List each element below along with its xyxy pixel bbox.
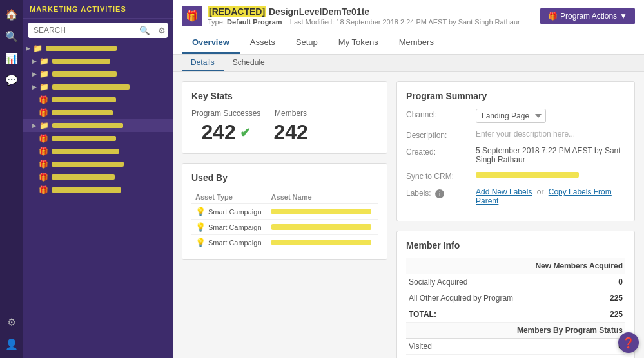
sidebar-tree: ▶📁▶📁▶📁▶📁🎁🎁▶📁🎁🎁🎁🎁🎁 bbox=[23, 42, 173, 358]
all-other-row: All Other Acquired by Program 225 bbox=[406, 290, 625, 306]
visited-row: Visited 0 bbox=[406, 339, 625, 355]
tree-label-bar bbox=[52, 174, 115, 180]
top-bar-right: 🎁 Program Actions ▼ bbox=[540, 8, 635, 24]
socially-acquired-label: Socially Acquired bbox=[406, 274, 594, 290]
channel-value: Landing Page bbox=[476, 109, 625, 123]
tree-item-10[interactable]: 🎁 bbox=[23, 158, 173, 171]
program-title: [REDACTED] DesignLevelDemTe01te bbox=[208, 6, 520, 17]
tree-label-bar bbox=[52, 149, 119, 154]
asset-name-cell bbox=[268, 204, 378, 220]
tree-item-12[interactable]: 🎁 bbox=[23, 184, 173, 196]
members-stat: Members 242 bbox=[273, 109, 307, 144]
add-new-labels-link[interactable]: Add New Labels bbox=[476, 187, 532, 196]
sidebar: MARKETING ACTIVITIES 🔍 ⚙ ▶📁▶📁▶📁▶📁🎁🎁▶📁🎁🎁🎁… bbox=[23, 0, 173, 358]
sync-value bbox=[476, 171, 625, 180]
sub-tab-schedule[interactable]: Schedule bbox=[224, 55, 274, 71]
description-row: Description: Enter your description here… bbox=[406, 129, 625, 140]
tree-label-bar bbox=[52, 123, 123, 128]
tree-item-8[interactable]: 🎁 bbox=[23, 132, 173, 145]
program-successes-value: 242 ✔ bbox=[201, 120, 250, 144]
modified-label: Last Modified: bbox=[290, 18, 334, 26]
nav-user-icon[interactable]: 👤 bbox=[3, 335, 21, 353]
asset-name-bar bbox=[271, 224, 371, 230]
tab-assets[interactable]: Assets bbox=[240, 32, 286, 54]
tree-item-3[interactable]: ▶📁 bbox=[23, 68, 173, 80]
program-icon: 🎁 bbox=[39, 95, 48, 104]
main-tabs: Overview Assets Setup My Tokens Members bbox=[173, 32, 644, 55]
nav-messages-icon[interactable]: 💬 bbox=[3, 71, 21, 89]
tree-item-6[interactable]: 🎁 bbox=[23, 106, 173, 119]
tree-item-5[interactable]: 🎁 bbox=[23, 93, 173, 106]
search-bar: 🔍 ⚙ bbox=[28, 23, 168, 38]
arrow-icon: ▶ bbox=[32, 71, 37, 77]
tree-label-bar bbox=[52, 187, 121, 193]
program-icon: 🎁 bbox=[39, 173, 48, 182]
right-column: Program Summary Channel: Landing Page De… bbox=[396, 81, 635, 349]
nav-analytics-icon[interactable]: 📊 bbox=[3, 49, 21, 67]
program-summary-title: Program Summary bbox=[406, 91, 625, 101]
asset-name-cell bbox=[268, 220, 378, 235]
asset-type-cell: 💡Smart Campaign bbox=[191, 204, 268, 220]
folder-icon: 📁 bbox=[39, 57, 49, 66]
channel-row: Channel: Landing Page bbox=[406, 109, 625, 123]
nav-settings-icon[interactable]: ⚙ bbox=[3, 313, 21, 331]
tab-my-tokens[interactable]: My Tokens bbox=[328, 32, 389, 54]
sub-tab-details[interactable]: Details bbox=[182, 55, 224, 71]
member-info-title: Member Info bbox=[406, 240, 625, 250]
asset-name-bar bbox=[271, 240, 371, 245]
new-members-header: New Members Acquired bbox=[406, 258, 625, 274]
tab-overview[interactable]: Overview bbox=[182, 32, 240, 54]
all-other-value: 225 bbox=[594, 290, 625, 306]
labels-info-icon[interactable]: i bbox=[435, 189, 444, 198]
created-label: Created: bbox=[406, 146, 471, 156]
arrow-icon: ▶ bbox=[32, 122, 37, 129]
type-value: Default Program bbox=[227, 18, 282, 26]
new-members-header-row: New Members Acquired bbox=[406, 258, 625, 274]
program-meta: Type: Default Program Last Modified: 18 … bbox=[208, 18, 520, 26]
tree-item-2[interactable]: ▶📁 bbox=[23, 55, 173, 68]
used-by-row: 💡Smart Campaign bbox=[191, 235, 378, 250]
asset-name-bar bbox=[271, 209, 371, 214]
filter-icon[interactable]: ⚙ bbox=[154, 23, 168, 38]
left-column: Key Stats Program Successes 242 ✔ Member… bbox=[182, 81, 387, 349]
tab-members[interactable]: Members bbox=[389, 32, 444, 54]
description-label: Description: bbox=[406, 129, 471, 140]
labels-value: Add New Labels or Copy Labels From Paren… bbox=[476, 187, 625, 205]
tree-item-4[interactable]: ▶📁 bbox=[23, 80, 173, 93]
sync-label: Sync to CRM: bbox=[406, 171, 471, 181]
key-stats-grid: Program Successes 242 ✔ Members 242 bbox=[191, 109, 378, 144]
asset-type-cell: 💡Smart Campaign bbox=[191, 220, 268, 235]
program-icon: 🎁 bbox=[39, 108, 48, 117]
labels-row: Labels: i Add New Labels or Copy Labels … bbox=[406, 187, 625, 205]
channel-select[interactable]: Landing Page bbox=[476, 109, 546, 123]
smart-campaign-icon: 💡 bbox=[195, 238, 206, 247]
float-help-button[interactable]: ❓ bbox=[618, 332, 639, 353]
by-status-header-row: Members By Program Status bbox=[406, 323, 625, 339]
used-by-card: Used By Asset Type Asset Name 💡Smart Cam… bbox=[182, 163, 387, 260]
col-asset-name: Asset Name bbox=[268, 191, 378, 204]
description-value[interactable]: Enter your description here... bbox=[476, 129, 625, 138]
socially-acquired-row: Socially Acquired 0 bbox=[406, 274, 625, 290]
tree-label-bar bbox=[52, 84, 130, 90]
member-table: New Members Acquired Socially Acquired 0… bbox=[406, 258, 625, 355]
program-successes-stat: Program Successes 242 ✔ bbox=[191, 109, 260, 144]
search-input[interactable] bbox=[28, 23, 135, 38]
tab-setup[interactable]: Setup bbox=[286, 32, 328, 54]
nav-search-icon[interactable]: 🔍 bbox=[3, 27, 21, 45]
by-status-header: Members By Program Status bbox=[406, 323, 625, 339]
visited-label: Visited bbox=[406, 339, 594, 355]
smart-campaign-icon: 💡 bbox=[195, 207, 206, 216]
sub-tabs: Details Schedule bbox=[173, 55, 644, 72]
program-summary-card: Program Summary Channel: Landing Page De… bbox=[396, 81, 635, 221]
key-stats-title: Key Stats bbox=[191, 91, 378, 101]
tree-item-11[interactable]: 🎁 bbox=[23, 171, 173, 184]
program-icon: 🎁 bbox=[182, 6, 202, 26]
folder-icon: 📁 bbox=[33, 44, 43, 53]
key-stats-card: Key Stats Program Successes 242 ✔ Member… bbox=[182, 81, 387, 154]
program-actions-button[interactable]: 🎁 Program Actions ▼ bbox=[540, 8, 635, 24]
search-submit-icon[interactable]: 🔍 bbox=[135, 23, 154, 38]
tree-item-1[interactable]: ▶📁 bbox=[23, 42, 173, 55]
nav-home-icon[interactable]: 🏠 bbox=[3, 5, 21, 23]
tree-item-9[interactable]: 🎁 bbox=[23, 145, 173, 158]
tree-item-7[interactable]: ▶📁 bbox=[23, 119, 173, 132]
